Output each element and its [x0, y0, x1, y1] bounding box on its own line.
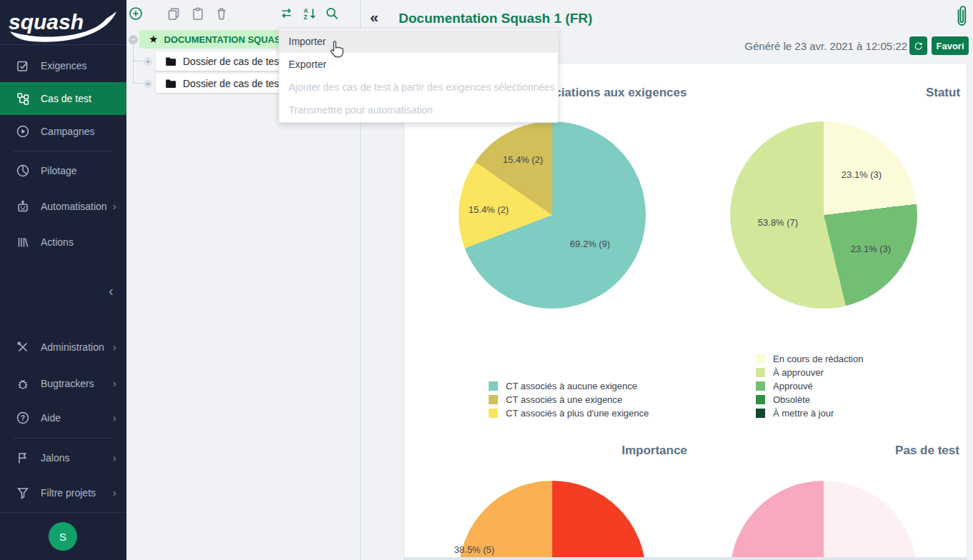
sidebar-item-pilotage[interactable]: Pilotage [0, 154, 126, 187]
collapse-panel-button[interactable]: « [370, 9, 379, 26]
help-icon: ? [16, 411, 30, 425]
legend-label: Approuvé [773, 381, 813, 391]
star-icon: ★ [149, 33, 158, 46]
legend-label: CT associés à aucune exigence [506, 381, 637, 391]
refresh-icon [914, 41, 923, 51]
pie-slice-label: 38.5% (5) [454, 544, 494, 555]
sidebar-item-label: Exigences [41, 60, 87, 71]
legend-item: Approuvé [756, 379, 863, 393]
user-avatar[interactable]: S [49, 522, 77, 551]
sidebar-item-bugtrackers[interactable]: Bugtrackers › [0, 367, 126, 400]
copy-icon[interactable] [166, 6, 181, 21]
delete-icon[interactable] [214, 6, 229, 21]
generated-timestamp: Généré le 23 avr. 2021 à 12:05:22 [744, 40, 907, 52]
paste-icon[interactable] [191, 6, 205, 21]
folder-icon [165, 79, 176, 89]
sidebar-item-label: Filtre projets [41, 487, 96, 499]
squash-app-window: squash Exigences Cas de test Campagnes [0, 0, 973, 560]
favorite-button[interactable]: Favori [932, 36, 969, 55]
sidebar-item-campagnes[interactable]: Campagnes [0, 115, 126, 148]
svg-text:squash: squash [9, 10, 84, 34]
sidebar-item-label: Automatisation [41, 201, 107, 212]
import-export-menu: Importer Exporter Ajouter des cas de tes… [279, 29, 559, 123]
collapse-minus-icon[interactable]: − [129, 35, 138, 44]
sidebar-item-jalons[interactable]: Jalons › [0, 441, 126, 474]
chevron-right-icon: › [113, 378, 116, 389]
svg-text:?: ? [21, 414, 25, 422]
sidebar-collapse-chevron[interactable]: ‹ [109, 283, 114, 299]
legend-label: À approuver [773, 367, 824, 378]
legend-swatch [489, 409, 498, 418]
squash-logo[interactable]: squash [0, 0, 126, 45]
pie-associations[interactable] [459, 121, 646, 309]
sidebar-item-label: Bugtrackers [41, 378, 94, 389]
legend-item: CT associés à une exigence [489, 393, 649, 406]
library-icon [16, 235, 30, 249]
legend-item: CT associés à plus d'une exigence [489, 406, 649, 420]
menu-item-exporter[interactable]: Exporter [279, 53, 558, 76]
expand-plus-icon[interactable]: + [144, 57, 152, 66]
pie-slice-label: 69.2% (9) [570, 239, 610, 249]
search-icon[interactable] [325, 6, 339, 21]
pie-pas-de-test[interactable] [730, 481, 917, 560]
robot-icon [16, 199, 30, 214]
tree-connector-line [133, 44, 134, 84]
tree-folder-label: Dossier de cas de test [183, 56, 282, 67]
svg-text:A: A [304, 7, 308, 14]
legend-label: En cours de rédaction [773, 354, 863, 364]
tree-connector-line [133, 83, 142, 84]
sidebar-item-administration[interactable]: Administration › [0, 331, 126, 364]
paperclip-icon[interactable] [952, 3, 969, 32]
import-export-icon[interactable] [279, 6, 294, 21]
legend-swatch [756, 354, 765, 364]
horizontal-scrollbar[interactable] [404, 557, 967, 560]
chevron-right-icon: › [113, 452, 116, 464]
legend-associations: CT associés à aucune exigence CT associé… [489, 379, 649, 420]
legend-label: CT associés à plus d'une exigence [506, 408, 649, 419]
sidebar-item-filtre-projets[interactable]: Filtre projets › [0, 476, 126, 509]
menu-item-transmettre-automatisation: Transmettre pour automatisation [279, 99, 558, 121]
funnel-icon [16, 486, 30, 500]
chevron-right-icon: › [113, 201, 116, 212]
chart-title-pas-de-test: Pas de test [895, 444, 959, 458]
menu-item-importer[interactable]: Importer [279, 30, 558, 53]
legend-swatch [756, 368, 765, 377]
menu-item-ajouter-cas-de-test: Ajouter des cas de test à partir des exi… [279, 76, 558, 99]
sidebar-item-label: Aide [41, 412, 61, 424]
expand-plus-icon[interactable]: + [144, 79, 152, 88]
refresh-button[interactable] [909, 36, 927, 55]
sidebar-item-label: Pilotage [41, 165, 77, 176]
sidebar-divider [13, 151, 114, 151]
sidebar-divider [0, 512, 126, 513]
sidebar-item-automatisation[interactable]: Automatisation › [0, 190, 126, 223]
chart-title-importance: Importance [622, 444, 687, 458]
sidebar-item-exigences[interactable]: Exigences [0, 49, 126, 82]
bug-icon [16, 376, 30, 391]
sidebar-item-label: Jalons [41, 452, 69, 464]
legend-item: En cours de rédaction [756, 352, 863, 366]
chevron-right-icon: › [113, 341, 116, 353]
test-tree-icon [16, 91, 30, 106]
sort-icon[interactable]: AZ [303, 6, 317, 21]
legend-item: À approuver [756, 366, 863, 379]
tree-connector-line [133, 61, 142, 61]
pie-icon [16, 164, 30, 178]
chevron-right-icon: › [113, 412, 116, 424]
play-circle-icon [16, 124, 30, 139]
pie-statut[interactable] [730, 121, 917, 309]
add-button[interactable] [129, 6, 143, 21]
pie-slice-label: 15.4% (2) [469, 204, 509, 215]
sidebar-item-label: Campagnes [41, 126, 95, 137]
legend-statut: En cours de rédaction À approuver Approu… [756, 352, 863, 420]
legend-label: Obsolète [773, 394, 810, 405]
sidebar-item-label: Administration [41, 341, 104, 353]
chart-title-statut: Statut [926, 86, 960, 100]
legend-swatch [756, 395, 765, 404]
sidebar: squash Exigences Cas de test Campagnes [0, 0, 126, 560]
legend-swatch [489, 395, 498, 404]
sidebar-item-cas-de-test[interactable]: Cas de test [0, 82, 126, 115]
sidebar-item-actions[interactable]: Actions [0, 226, 126, 259]
legend-label: CT associés à une exigence [506, 394, 622, 405]
flag-icon [16, 451, 30, 465]
sidebar-item-aide[interactable]: ? Aide › [0, 401, 126, 434]
